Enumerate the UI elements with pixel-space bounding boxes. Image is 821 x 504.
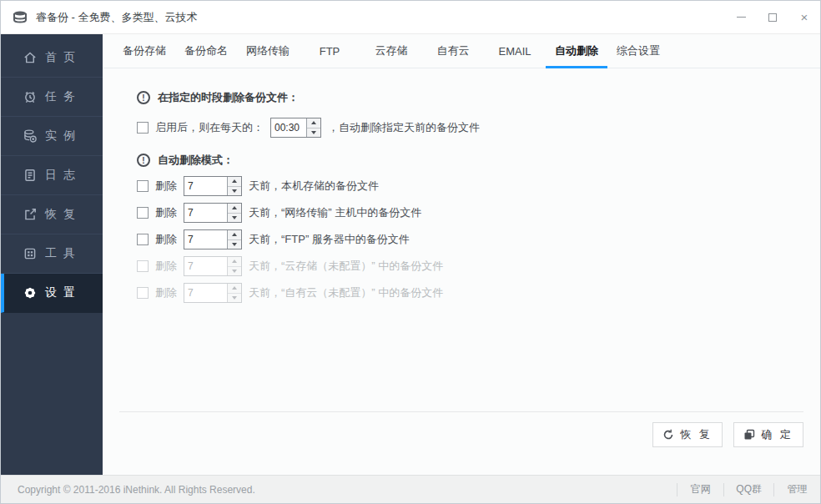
delete-local-row: 删除 天前，本机存储的备份文件 xyxy=(137,176,803,196)
database-stack-icon xyxy=(23,129,38,144)
enable-label-after: ，自动删除指定天前的备份文件 xyxy=(328,120,480,135)
maximize-icon xyxy=(768,13,777,22)
spin-up-button xyxy=(228,284,241,294)
sidebar-item-label: 工 具 xyxy=(45,246,77,261)
delete-ftp-checkbox[interactable] xyxy=(137,234,149,245)
spin-up-button[interactable] xyxy=(228,204,241,214)
tools-grid-icon xyxy=(23,246,38,261)
spin-down-button xyxy=(228,267,241,276)
spin-down-button[interactable] xyxy=(228,240,241,249)
auto-delete-settings-panel: ! 在指定的时段删除备份文件： 启用后，则在每天的： ，自动删除指定天前的备份文… xyxy=(103,68,820,475)
enable-schedule-checkbox[interactable] xyxy=(137,122,149,134)
qq-group-link[interactable]: QQ群 xyxy=(723,483,773,496)
status-bar: Copyright © 2011-2016 iNethink. All Righ… xyxy=(1,475,820,503)
section-title: 自动删除模式： xyxy=(158,153,234,168)
delete-time-input[interactable] xyxy=(271,118,306,137)
delete-prefix: 删除 xyxy=(155,205,177,220)
window-controls: × xyxy=(725,1,820,33)
triangle-up-icon xyxy=(232,260,237,263)
content-panel: 备份存储 备份命名 网络传输 FTP 云存储 自有云 EMAIL 自动删除 综合… xyxy=(103,34,820,475)
delete-cloud-row: 删除 天前，“云存储（未配置）” 中的备份文件 xyxy=(137,256,803,276)
sidebar-item-tools[interactable]: 工 具 xyxy=(1,234,103,274)
tab-network-transfer[interactable]: 网络传输 xyxy=(237,34,299,68)
delete-local-checkbox[interactable] xyxy=(137,180,149,192)
enable-schedule-row: 启用后，则在每天的： ，自动删除指定天前的备份文件 xyxy=(137,118,803,138)
sidebar-item-label: 首 页 xyxy=(45,50,77,65)
section-title: 在指定的时段删除备份文件： xyxy=(158,90,299,105)
tab-email[interactable]: EMAIL xyxy=(484,34,546,68)
restore-share-icon xyxy=(23,207,38,222)
spin-up-button[interactable] xyxy=(228,230,241,240)
sidebar-item-settings[interactable]: 设 置 xyxy=(1,274,103,313)
sidebar-item-logs[interactable]: 日 志 xyxy=(1,156,103,195)
sidebar: 首 页 任 务 实 例 日 志 xyxy=(1,34,103,475)
triangle-up-icon xyxy=(232,179,237,183)
official-site-link[interactable]: 官网 xyxy=(677,483,723,496)
tab-general-settings[interactable]: 综合设置 xyxy=(607,34,669,68)
tab-cloud-storage[interactable]: 云存储 xyxy=(360,34,422,68)
mode-section-header: ! 自动删除模式： xyxy=(137,153,803,168)
delete-network-checkbox[interactable] xyxy=(137,207,149,219)
delete-cloud-checkbox xyxy=(137,260,149,272)
log-document-icon xyxy=(23,168,38,183)
row-description: 天前，“网络传输” 主机中的备份文件 xyxy=(249,205,421,220)
days-spinner xyxy=(184,229,242,249)
spin-up-button[interactable] xyxy=(228,177,241,187)
sidebar-item-restore[interactable]: 恢 复 xyxy=(1,195,103,234)
days-input[interactable] xyxy=(184,177,227,195)
days-input xyxy=(184,257,227,275)
row-description: 天前，“FTP” 服务器中的备份文件 xyxy=(249,232,410,247)
restore-defaults-button[interactable]: 恢 复 xyxy=(652,422,723,447)
days-input[interactable] xyxy=(184,230,227,249)
maximize-button[interactable] xyxy=(757,1,788,33)
spin-up-button[interactable] xyxy=(307,118,320,129)
delete-prefix: 删除 xyxy=(155,285,177,300)
spin-down-button[interactable] xyxy=(307,129,320,138)
action-button-bar: 恢 复 确 定 xyxy=(652,422,803,447)
sidebar-item-home[interactable]: 首 页 xyxy=(1,38,103,78)
delete-prefix: 删除 xyxy=(155,232,177,247)
sidebar-item-label: 日 志 xyxy=(45,168,77,183)
days-spinner xyxy=(184,256,242,276)
refresh-icon xyxy=(662,429,674,441)
app-window: 睿备份 - 全免费、多类型、云技术 × 首 页 任 务 xyxy=(0,0,821,504)
divider xyxy=(119,411,803,412)
triangle-down-icon xyxy=(232,243,237,246)
days-spinner xyxy=(184,203,242,223)
copyright-text: Copyright © 2011-2016 iNethink. All Righ… xyxy=(18,484,255,496)
spin-down-button xyxy=(228,294,241,303)
tab-own-cloud[interactable]: 自有云 xyxy=(422,34,484,68)
triangle-up-icon xyxy=(232,206,237,209)
sidebar-item-instances[interactable]: 实 例 xyxy=(1,117,103,156)
tab-backup-storage[interactable]: 备份存储 xyxy=(113,34,175,68)
row-description: 天前，本机存储的备份文件 xyxy=(249,179,379,194)
spinner-buttons xyxy=(227,177,241,195)
schedule-section-header: ! 在指定的时段删除备份文件： xyxy=(137,90,803,105)
close-icon: × xyxy=(801,11,808,23)
home-icon xyxy=(23,50,38,65)
tab-ftp[interactable]: FTP xyxy=(299,34,360,68)
minimize-button[interactable] xyxy=(725,1,757,33)
row-description: 天前，“自有云（未配置）” 中的备份文件 xyxy=(249,285,443,300)
confirm-layers-icon xyxy=(743,429,755,441)
spin-down-button[interactable] xyxy=(228,214,241,223)
days-input[interactable] xyxy=(184,204,227,222)
triangle-down-icon xyxy=(232,216,237,219)
triangle-down-icon xyxy=(232,189,237,193)
triangle-down-icon xyxy=(232,296,237,300)
triangle-up-icon xyxy=(232,286,237,290)
triangle-down-icon xyxy=(232,270,237,273)
tab-auto-delete[interactable]: 自动删除 xyxy=(546,34,607,68)
spin-up-button xyxy=(228,257,241,267)
confirm-button[interactable]: 确 定 xyxy=(733,422,803,447)
triangle-down-icon xyxy=(311,131,316,134)
close-button[interactable]: × xyxy=(788,1,820,33)
sidebar-item-label: 任 务 xyxy=(45,89,77,104)
delete-ftp-row: 删除 天前，“FTP” 服务器中的备份文件 xyxy=(137,229,803,249)
tab-backup-naming[interactable]: 备份命名 xyxy=(175,34,237,68)
sidebar-item-tasks[interactable]: 任 务 xyxy=(1,78,103,117)
spin-down-button[interactable] xyxy=(228,187,241,196)
admin-link[interactable]: 管理 xyxy=(773,483,820,496)
sidebar-item-label: 恢 复 xyxy=(45,207,77,222)
days-spinner xyxy=(184,283,242,303)
